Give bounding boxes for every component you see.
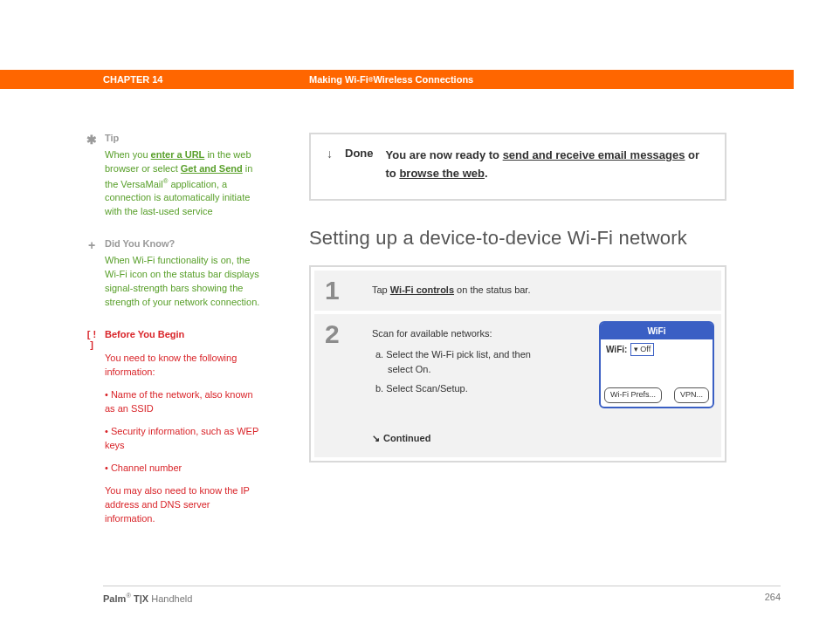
page-number: 264 (765, 592, 781, 604)
wifi-field-label: WiFi: (606, 343, 627, 356)
dyk-body: When Wi-Fi functionality is on, the Wi-F… (105, 254, 260, 310)
did-you-know-block: + Did You Know? When Wi-Fi functionality… (86, 238, 260, 310)
sidebar: ✱ Tip When you enter a URL in the web br… (86, 133, 260, 545)
step-2-content: Scan for available networks: a. Select t… (367, 314, 721, 458)
chapter-title-pre: Making Wi-Fi (309, 74, 368, 85)
chapter-text: CHAPTER 14 (103, 74, 162, 85)
dyk-title: Did You Know? (105, 238, 175, 249)
byb-body: You need to know the following informati… (105, 352, 260, 525)
done-label: Done (345, 147, 374, 160)
wifi-dialog-title: WiFi (601, 323, 713, 339)
byb-bullet-1: Name of the network, also known as an SS… (105, 388, 260, 416)
step-2b: b. Select Scan/Setup. (372, 381, 538, 396)
enter-url-link[interactable]: enter a URL (151, 149, 205, 160)
footer: Palm® T|X Handheld 264 (103, 586, 781, 604)
chapter-title-post: Wireless Connections (373, 74, 473, 85)
wifi-dialog-mock: WiFi WiFi: ▾ Off Wi-Fi Prefs... VPN... (599, 321, 714, 408)
tip-body: When you enter a URL in the web browser … (105, 148, 260, 219)
chapter-title: Making Wi-Fi® Wireless Connections (309, 70, 794, 89)
byb-title: Before You Begin (105, 329, 184, 339)
browse-web-link[interactable]: browse the web (399, 167, 485, 180)
chapter-label: CHAPTER 14 (0, 70, 309, 89)
plus-icon: + (86, 238, 98, 252)
step-2: 2 Scan for available networks: a. Select… (314, 314, 721, 458)
step-1-number: 1 (314, 271, 367, 311)
footer-brand: Palm® T|X Handheld (103, 592, 192, 604)
vpn-button[interactable]: VPN... (674, 387, 709, 403)
before-you-begin-block: [ ! ] Before You Begin You need to know … (86, 329, 260, 525)
continued-label: ↘Continued (372, 431, 711, 446)
step-1: 1 Tap Wi-Fi controls on the status bar. (314, 271, 721, 311)
step-1-content: Tap Wi-Fi controls on the status bar. (367, 271, 721, 311)
byb-outro: You may also need to know the IP address… (105, 484, 260, 526)
get-and-send-link[interactable]: Get and Send (181, 163, 243, 174)
header-gap (794, 70, 833, 89)
wifi-picklist-value: Off (640, 344, 651, 356)
byb-bullet-3: Channel number (105, 462, 260, 476)
main-content: ↓ Done You are now ready to send and rec… (309, 133, 726, 462)
done-text: You are now ready to send and receive em… (386, 147, 710, 183)
dropdown-icon: ▾ (634, 344, 638, 356)
byb-intro: You need to know the following informati… (105, 352, 260, 380)
done-box: ↓ Done You are now ready to send and rec… (309, 133, 726, 201)
header-bar: CHAPTER 14 Making Wi-Fi® Wireless Connec… (0, 70, 833, 89)
wifi-controls-link[interactable]: Wi-Fi controls (390, 284, 454, 295)
asterisk-icon: ✱ (86, 133, 98, 147)
section-title: Setting up a device-to-device Wi-Fi netw… (309, 227, 726, 250)
continued-arrow-icon: ↘ (372, 433, 380, 443)
tip-block: ✱ Tip When you enter a URL in the web br… (86, 133, 260, 219)
email-link[interactable]: send and receive email messages (503, 148, 685, 161)
tip-title: Tip (105, 133, 119, 143)
step-2a: a. Select the Wi-Fi pick list, and then … (372, 347, 538, 376)
wifi-prefs-button[interactable]: Wi-Fi Prefs... (604, 387, 662, 403)
down-arrow-icon: ↓ (327, 147, 333, 161)
wifi-picklist[interactable]: ▾ Off (630, 343, 654, 357)
step-2-number: 2 (314, 314, 367, 458)
byb-bullet-2: Security information, such as WEP keys (105, 425, 260, 453)
alert-icon: [ ! ] (86, 329, 98, 350)
steps-box: 1 Tap Wi-Fi controls on the status bar. … (309, 265, 726, 463)
